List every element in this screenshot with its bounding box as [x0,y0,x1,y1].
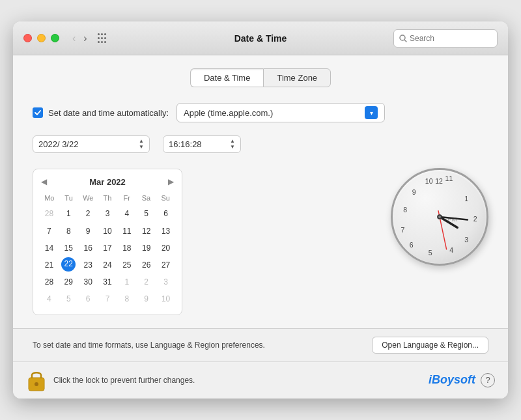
time-up-button[interactable]: ▲ [230,139,235,144]
table-row[interactable]: 27 [156,257,175,273]
table-row[interactable]: 9 [137,291,156,307]
back-button[interactable]: ‹ [70,31,78,46]
lock-icon [26,369,47,392]
server-dropdown[interactable]: Apple (time.apple.com.) ▾ [176,103,385,122]
svg-text:2: 2 [473,215,477,223]
table-row[interactable]: 28 [40,274,59,290]
svg-text:1: 1 [464,195,468,203]
table-row[interactable]: 14 [40,240,59,257]
table-row[interactable]: 6 [156,206,175,222]
search-input[interactable] [410,34,492,43]
tab-date-time[interactable]: Date & Time [190,68,264,87]
table-row[interactable]: 29 [59,274,78,290]
table-row[interactable]: 2 [137,274,156,290]
day-label-su: Su [156,193,175,203]
close-button[interactable] [23,34,32,42]
time-value: 16:16:28 [169,139,202,149]
calendar-grid: 2812345678910111213141516171819202122232… [40,206,175,307]
table-row[interactable]: 26 [137,257,156,273]
table-row[interactable]: 31 [98,274,117,290]
table-row[interactable]: 22 [61,257,76,272]
svg-text:11: 11 [445,175,453,183]
table-row[interactable]: 16 [79,240,98,257]
table-row[interactable]: 4 [117,206,136,222]
day-label-mo: Mo [40,193,59,203]
auto-time-label[interactable]: Set date and time automatically: [33,107,169,118]
time-input[interactable]: 16:16:28 ▲ ▼ [163,135,241,153]
table-row[interactable]: 3 [156,274,175,290]
table-row[interactable]: 10 [156,291,175,307]
table-row[interactable]: 9 [79,223,98,240]
server-value: Apple (time.apple.com.) [184,108,273,118]
table-row[interactable]: 7 [98,291,117,307]
table-row[interactable]: 5 [59,291,78,307]
date-value: 2022/ 3/22 [38,139,78,149]
svg-text:4: 4 [449,246,453,254]
clock-section: 12 1 2 3 4 5 6 7 8 9 10 11 [391,129,488,266]
table-row[interactable]: 23 [79,257,98,273]
traffic-lights [23,34,59,42]
svg-line-1 [404,40,406,42]
maximize-button[interactable] [51,34,59,42]
calendar-month-year: Mar 2022 [53,177,162,187]
table-row[interactable]: 13 [156,223,175,240]
table-row[interactable]: 5 [137,206,156,222]
calendar: ◀ Mar 2022 ▶ Mo Tu We Th Fr Sa Su 2812 [33,169,182,315]
date-input[interactable]: 2022/ 3/22 ▲ ▼ [33,135,150,153]
table-row[interactable]: 24 [98,257,117,273]
table-row[interactable]: 8 [59,223,78,240]
table-row[interactable]: 7 [40,223,59,240]
search-box[interactable] [393,29,498,48]
tab-time-zone[interactable]: Time Zone [263,68,331,87]
minimize-button[interactable] [37,34,46,42]
table-row[interactable]: 12 [137,223,156,240]
calendar-prev-button[interactable]: ◀ [40,176,48,188]
svg-text:7: 7 [401,226,404,234]
table-row[interactable]: 2 [79,206,98,222]
table-row[interactable]: 19 [137,240,156,257]
svg-point-19 [438,216,441,219]
analog-clock: 12 1 2 3 4 5 6 7 8 9 10 11 [391,168,488,266]
table-row[interactable]: 15 [59,240,78,257]
table-row[interactable]: 17 [98,240,117,257]
titlebar: ‹ › Date & Time [13,21,508,55]
clock-svg: 12 1 2 3 4 5 6 7 8 9 10 11 [393,170,486,264]
table-row[interactable]: 11 [117,223,136,240]
table-row[interactable]: 25 [117,257,136,273]
auto-time-checkbox[interactable] [33,107,43,118]
table-row[interactable]: 10 [98,223,117,240]
table-row[interactable]: 3 [98,206,117,222]
calendar-next-button[interactable]: ▶ [167,176,175,188]
table-row[interactable]: 4 [40,291,59,307]
table-row[interactable]: 21 [40,257,59,273]
table-row[interactable]: 6 [79,291,98,307]
day-label-we: We [78,193,98,203]
table-row[interactable]: 1 [117,274,136,290]
date-down-button[interactable]: ▼ [139,145,144,150]
day-label-th: Th [98,193,117,203]
bottom-info-text: To set date and time formats, use Langua… [33,341,372,350]
time-down-button[interactable]: ▼ [230,145,235,150]
time-stepper[interactable]: ▲ ▼ [230,139,235,150]
lock-area[interactable]: Click the lock to prevent further change… [26,369,195,392]
table-row[interactable]: 18 [117,240,136,257]
table-row[interactable]: 30 [79,274,98,290]
date-up-button[interactable]: ▲ [139,139,144,144]
iboysoft-brand: iBoysoft [429,373,475,387]
table-row[interactable]: 8 [117,291,136,307]
chevron-down-icon: ▾ [365,106,378,119]
content-area: Date & Time Time Zone Set date and time … [13,55,508,328]
table-row[interactable]: 1 [59,206,78,222]
footer: Click the lock to prevent further change… [13,361,508,399]
table-row[interactable]: 28 [40,206,59,222]
date-stepper[interactable]: ▲ ▼ [139,139,144,150]
app-grid-icon[interactable] [98,33,108,44]
svg-text:6: 6 [410,241,414,249]
help-button[interactable]: ? [481,373,495,387]
forward-button[interactable]: › [81,31,89,46]
open-language-region-button[interactable]: Open Language & Region... [372,337,488,354]
svg-text:8: 8 [403,206,407,214]
day-label-tu: Tu [59,193,79,203]
table-row[interactable]: 20 [156,240,175,257]
lock-svg [27,369,46,392]
